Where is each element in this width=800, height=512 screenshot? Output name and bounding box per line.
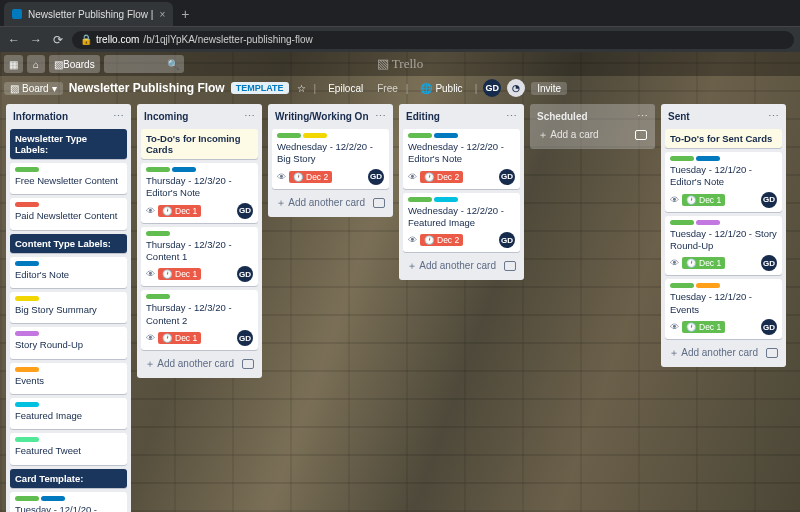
watch-icon: 👁 <box>277 172 286 182</box>
watch-icon: 👁 <box>408 172 417 182</box>
card-events-label[interactable]: Events <box>10 363 127 394</box>
watch-icon: 👁 <box>146 269 155 279</box>
card-member-avatar[interactable]: GD <box>499 169 515 185</box>
add-card-button[interactable]: ＋ Add another card <box>403 256 520 276</box>
card-featured-image-label[interactable]: Featured Image <box>10 398 127 429</box>
search-input[interactable]: 🔍 <box>104 55 184 73</box>
card-member-avatar[interactable]: GD <box>761 255 777 271</box>
card-paid-content[interactable]: Paid Newsletter Content <box>10 198 127 229</box>
list-title[interactable]: Writing/Working On <box>275 111 369 122</box>
trello-logo: ▧ Trello <box>377 56 423 72</box>
template-badge: TEMPLATE <box>231 82 289 94</box>
browser-toolbar: ← → ⟳ 🔒 trello.com/b/1qjlYpKA/newsletter… <box>0 26 800 52</box>
card-member-avatar[interactable]: GD <box>237 203 253 219</box>
card-incoming-1[interactable]: Thursday - 12/3/20 - Editor's Note👁🕐 Dec… <box>141 163 258 223</box>
card-editors-note-label[interactable]: Editor's Note <box>10 257 127 288</box>
list-title[interactable]: Sent <box>668 111 690 122</box>
watch-icon: 👁 <box>408 235 417 245</box>
template-icon[interactable] <box>635 130 647 140</box>
due-badge: 🕐 Dec 1 <box>682 257 725 269</box>
list-menu-icon[interactable]: ⋯ <box>113 110 124 123</box>
card-big-story-label[interactable]: Big Story Summary <box>10 292 127 323</box>
favicon-icon <box>12 9 22 19</box>
member-avatar-alt[interactable]: ◔ <box>507 79 525 97</box>
watch-icon: 👁 <box>146 333 155 343</box>
home-button[interactable]: ⌂ <box>27 55 45 73</box>
url-path: /b/1qjlYpKA/newsletter-publishing-flow <box>143 34 312 45</box>
card-template-example[interactable]: Tuesday - 12/1/20 - Editor's Note ▧ Temp… <box>10 492 127 512</box>
visibility-button[interactable]: 🌐 Public <box>414 82 468 95</box>
list-editing: Editing⋯ Wednesday - 12/2/20 - Editor's … <box>399 104 524 280</box>
add-card-button[interactable]: ＋ Add a card <box>534 125 651 145</box>
forward-button[interactable]: → <box>28 33 44 47</box>
card-member-avatar[interactable]: GD <box>761 319 777 335</box>
member-avatar[interactable]: GD <box>483 79 501 97</box>
tab-title: Newsletter Publishing Flow | <box>28 9 153 20</box>
list-incoming: Incoming⋯ To-Do's for Incoming Cards Thu… <box>137 104 262 378</box>
list-menu-icon[interactable]: ⋯ <box>637 110 648 123</box>
card-editing-2[interactable]: Wednesday - 12/2/20 - Featured Image👁🕐 D… <box>403 193 520 253</box>
list-title[interactable]: Information <box>13 111 68 122</box>
watch-icon: 👁 <box>670 258 679 268</box>
card-member-avatar[interactable]: GD <box>368 169 384 185</box>
card-sent-1[interactable]: Tuesday - 12/1/20 - Editor's Note👁🕐 Dec … <box>665 152 782 212</box>
list-menu-icon[interactable]: ⋯ <box>375 110 386 123</box>
board-view-switcher[interactable]: ▧ Board ▾ <box>4 82 63 95</box>
list-scheduled: Scheduled⋯ ＋ Add a card <box>530 104 655 149</box>
new-tab-button[interactable]: + <box>181 6 189 22</box>
reload-button[interactable]: ⟳ <box>50 33 66 47</box>
card-header-content-types[interactable]: Content Type Labels: <box>10 234 127 253</box>
template-icon[interactable] <box>242 359 254 369</box>
browser-tab[interactable]: Newsletter Publishing Flow | × <box>4 2 173 26</box>
template-icon[interactable] <box>504 261 516 271</box>
url-domain: trello.com <box>96 34 139 45</box>
card-sent-3[interactable]: Tuesday - 12/1/20 - Events👁🕐 Dec 1GD <box>665 279 782 339</box>
address-bar[interactable]: 🔒 trello.com/b/1qjlYpKA/newsletter-publi… <box>72 31 794 49</box>
template-icon[interactable] <box>766 348 778 358</box>
card-member-avatar[interactable]: GD <box>237 266 253 282</box>
list-title[interactable]: Incoming <box>144 111 188 122</box>
lock-icon: 🔒 <box>80 34 92 45</box>
card-writing-1[interactable]: Wednesday - 12/2/20 - Big Story👁🕐 Dec 2G… <box>272 129 389 189</box>
invite-button[interactable]: Invite <box>531 82 567 95</box>
list-menu-icon[interactable]: ⋯ <box>506 110 517 123</box>
card-story-roundup-label[interactable]: Story Round-Up <box>10 327 127 358</box>
template-icon[interactable] <box>373 198 385 208</box>
add-card-button[interactable]: ＋ Add another card <box>272 193 389 213</box>
list-menu-icon[interactable]: ⋯ <box>768 110 779 123</box>
card-header-newsletter-types[interactable]: Newsletter Type Labels: <box>10 129 127 159</box>
card-sticky-incoming[interactable]: To-Do's for Incoming Cards <box>141 129 258 159</box>
back-button[interactable]: ← <box>6 33 22 47</box>
list-title[interactable]: Editing <box>406 111 440 122</box>
workspace-link[interactable]: Epilocal <box>322 82 369 95</box>
card-member-avatar[interactable]: GD <box>761 192 777 208</box>
browser-tab-strip: Newsletter Publishing Flow | × + <box>0 0 800 26</box>
list-title[interactable]: Scheduled <box>537 111 588 122</box>
list-writing: Writing/Working On⋯ Wednesday - 12/2/20 … <box>268 104 393 217</box>
star-button[interactable]: ☆ <box>295 82 308 95</box>
card-sticky-sent[interactable]: To-Do's for Sent Cards <box>665 129 782 148</box>
card-member-avatar[interactable]: GD <box>499 232 515 248</box>
card-sent-2[interactable]: Tuesday - 12/1/20 - Story Round-Up👁🕐 Dec… <box>665 216 782 276</box>
card-editing-1[interactable]: Wednesday - 12/2/20 - Editor's Note👁🕐 De… <box>403 129 520 189</box>
list-sent: Sent⋯ To-Do's for Sent Cards Tuesday - 1… <box>661 104 786 367</box>
board-name[interactable]: Newsletter Publishing Flow <box>69 81 225 95</box>
workspace-plan: Free <box>375 82 400 95</box>
watch-icon: 👁 <box>146 206 155 216</box>
due-badge: 🕐 Dec 1 <box>158 268 201 280</box>
due-badge: 🕐 Dec 2 <box>420 171 463 183</box>
card-incoming-3[interactable]: Thursday - 12/3/20 - Content 2👁🕐 Dec 1GD <box>141 290 258 350</box>
card-incoming-2[interactable]: Thursday - 12/3/20 - Content 1👁🕐 Dec 1GD <box>141 227 258 287</box>
card-free-content[interactable]: Free Newsletter Content <box>10 163 127 194</box>
boards-button[interactable]: ▧ Boards <box>49 55 100 73</box>
add-card-button[interactable]: ＋ Add another card <box>141 354 258 374</box>
card-header-card-template[interactable]: Card Template: <box>10 469 127 488</box>
card-member-avatar[interactable]: GD <box>237 330 253 346</box>
board-canvas: Information⋯ Newsletter Type Labels: Fre… <box>0 100 800 512</box>
apps-button[interactable]: ▦ <box>4 55 23 73</box>
trello-global-header: ▦ ⌂ ▧ Boards 🔍 ▧ Trello <box>0 52 800 76</box>
close-icon[interactable]: × <box>159 9 165 20</box>
card-featured-tweet-label[interactable]: Featured Tweet <box>10 433 127 464</box>
list-menu-icon[interactable]: ⋯ <box>244 110 255 123</box>
add-card-button[interactable]: ＋ Add another card <box>665 343 782 363</box>
